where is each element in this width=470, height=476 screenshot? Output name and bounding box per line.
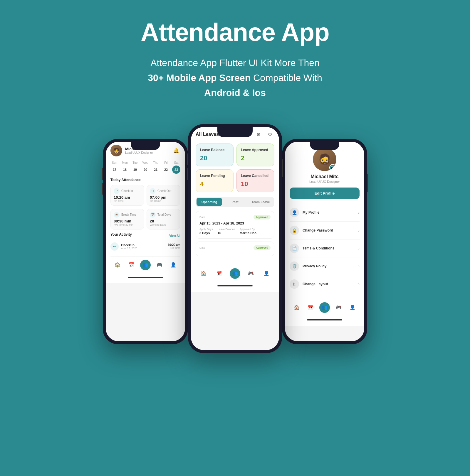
activity-time: 10:20 am On Time [168, 243, 180, 249]
chevron-layout-icon: › [358, 282, 360, 286]
bottom-nav-1: 🏠 📅 👥 🎮 👤 [110, 256, 180, 274]
leave-pending-card: Leave Pending 4 [196, 169, 234, 192]
subtitle: Attendance App Flutter UI Kit More Then … [12, 55, 458, 101]
leave-pending-title: Leave Pending [200, 174, 229, 178]
nav-people-2[interactable]: 👥 [230, 268, 240, 279]
nav-people[interactable]: 👥 [140, 260, 151, 270]
leave-list-item-2: Date Approved [196, 242, 274, 256]
menu-item-terms[interactable]: 📄 Tems & Conditions › [290, 239, 360, 257]
activity-name: Check In [121, 243, 137, 247]
games-icon: 🎮 [154, 260, 165, 270]
checkin-time: 10:20 am [114, 195, 141, 200]
people-icon-3: 👥 [319, 302, 330, 313]
date-label-2: Date [199, 246, 205, 249]
home-icon-3: 🏠 [291, 302, 302, 313]
checkout-time: 07:00 pm [150, 195, 177, 200]
activity-date: April 17, 2023 [121, 247, 137, 250]
home-indicator-1 [110, 274, 180, 280]
privacy-menu-icon: 🛡️ [290, 261, 299, 271]
break-sub: Avg Time 30 min [114, 223, 141, 226]
totaldays-sub: Working Days [150, 223, 177, 226]
view-all-link[interactable]: View All [169, 234, 180, 237]
checkout-icon: ↪ [150, 188, 156, 194]
cal-day-6[interactable]: Sat 23 [172, 161, 180, 174]
menu-item-privacy[interactable]: 🛡️ Privacy Policy › [290, 257, 360, 275]
menu-item-profile[interactable]: 👤 My Profile › [290, 204, 360, 222]
chevron-terms-icon: › [358, 246, 360, 251]
approved-by-detail: Approved By Martin Deo [240, 228, 256, 235]
profile-avatar-section: 🧔 📷 Michael Mitc Lead UI/UX Designer [290, 145, 360, 183]
profile-nav-icon-2: 👤 [261, 268, 272, 279]
nav-calendar-2[interactable]: 📅 [214, 268, 224, 279]
nav-profile[interactable]: 👤 [168, 260, 179, 270]
attendance-screen: 🧑 Michael Mitc Lead UI/UX Designer 🔔 Sun… [106, 142, 185, 283]
chevron-password-icon: › [358, 228, 360, 233]
totaldays-value: 28 [150, 219, 177, 223]
checkin-icon: ↩ [114, 188, 120, 194]
subtitle-line3: Compatible With [253, 72, 322, 83]
leave-approved-num: 2 [241, 154, 270, 162]
nav-people-3[interactable]: 👥 [319, 302, 330, 313]
tab-upcoming[interactable]: Upcoming [197, 198, 222, 206]
nav-games[interactable]: 🎮 [154, 260, 165, 270]
profile-role: Lead UI/UX Designer [309, 180, 340, 183]
filter-button[interactable]: ⚙ [266, 130, 274, 139]
date-label-1: Date [199, 216, 205, 219]
side-button-3 [367, 174, 368, 192]
vol-up-2 [187, 153, 188, 165]
people-icon-2: 👥 [230, 268, 240, 279]
leave-pending-num: 4 [200, 180, 229, 188]
leave-list-item-1: Date Approved Apr 15, 2023 - Apr 18, 202… [196, 211, 274, 239]
nav-profile-2[interactable]: 👤 [261, 268, 272, 279]
checkout-card: ↪ Check Out 07:00 pm Go Home [147, 185, 180, 206]
cal-day-1: Mon 18 [121, 161, 129, 174]
totaldays-label: Total Days [157, 213, 171, 216]
vol-buttons-2 [187, 153, 188, 183]
tab-past[interactable]: Past [222, 198, 248, 206]
apply-days-detail: Apply Days 3 Days [199, 228, 213, 235]
add-leave-button[interactable]: ⊕ [254, 130, 263, 139]
totaldays-card: 📅 Total Days 28 Working Days [147, 209, 180, 229]
leave-balance-num: 20 [200, 154, 229, 162]
terms-menu-icon: 📄 [290, 244, 299, 253]
break-value: 00:30 min [114, 219, 141, 223]
bottom-nav-2: 🏠 📅 👥 🎮 👤 [196, 265, 274, 283]
edit-profile-button[interactable]: Edit Profile [290, 188, 360, 199]
tab-team-leave[interactable]: Team Leave [248, 198, 273, 206]
header-section: Attendance App Attendance App Flutter UI… [0, 0, 470, 112]
leave-cancelled-title: Leave Cancelled [241, 174, 270, 178]
people-icon: 👥 [140, 260, 151, 270]
nav-home[interactable]: 🏠 [112, 260, 123, 270]
nav-games-2[interactable]: 🎮 [246, 268, 256, 279]
leave-balance-title: Leave Balance [200, 148, 229, 152]
layout-menu-label: Change Layout [303, 282, 328, 286]
vol-up [102, 168, 103, 180]
profile-screen: 🧔 📷 Michael Mitc Lead UI/UX Designer Edi… [285, 142, 364, 326]
camera-badge[interactable]: 📷 [329, 164, 336, 171]
user-role: Lead UI/UX Designer [125, 151, 172, 154]
profile-menu-label: My Profile [303, 210, 319, 215]
checkin-status: On Time [114, 200, 141, 202]
nav-profile-3[interactable]: 👤 [347, 302, 358, 313]
phone-3-profile: 🧔 📷 Michael Mitc Lead UI/UX Designer Edi… [282, 139, 367, 344]
calendar-nav-icon-2: 📅 [214, 268, 224, 279]
status-badge-1: Approved [254, 215, 271, 220]
nav-calendar-3[interactable]: 📅 [305, 302, 316, 313]
nav-calendar[interactable]: 📅 [126, 260, 137, 270]
subtitle-bold: 30+ Mobile App Screen [148, 72, 251, 83]
menu-list: 👤 My Profile › 🔒 Change Password › [290, 204, 360, 293]
activity-item: ↩ Check In April 17, 2023 10:20 am On Ti… [110, 242, 180, 251]
menu-item-password[interactable]: 🔒 Change Password › [290, 222, 360, 239]
bell-icon[interactable]: 🔔 [172, 146, 180, 155]
games-icon-3: 🎮 [333, 302, 344, 313]
nav-games-3[interactable]: 🎮 [333, 302, 344, 313]
home-icon-2: 🏠 [198, 268, 209, 279]
nav-home-3[interactable]: 🏠 [291, 302, 302, 313]
checkin-card: ↩ Check In 10:20 am On Time [110, 185, 144, 206]
layout-menu-icon: ⇅ [290, 279, 299, 289]
nav-home-2[interactable]: 🏠 [198, 268, 209, 279]
menu-item-layout[interactable]: ⇅ Change Layout › [290, 275, 360, 293]
avatar-image: 🧑 [110, 145, 122, 156]
breaktime-card: ☕ Break Time 00:30 min Avg Time 30 min [110, 209, 144, 229]
leaves-title: All Leaves [196, 132, 219, 137]
